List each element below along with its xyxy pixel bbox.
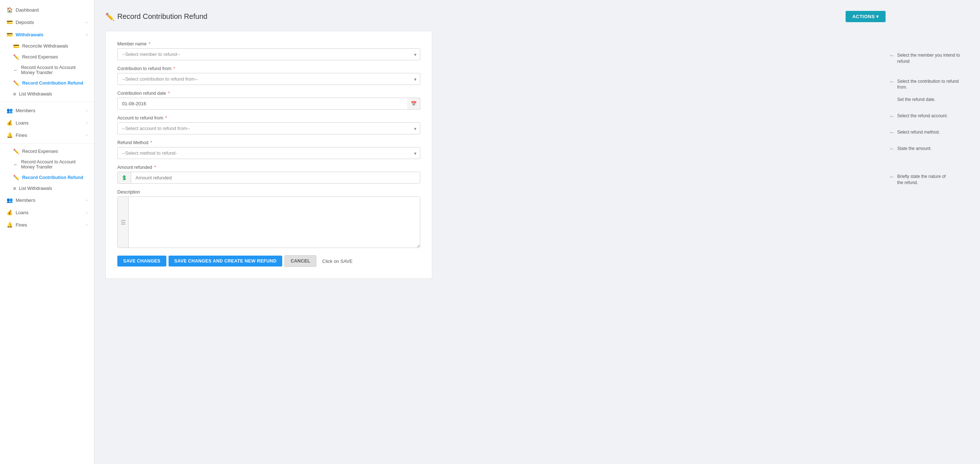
content-layout: ✏️ Record Contribution Refund ACTIONS ▾ … (105, 11, 966, 279)
loans2-icon: 💰 (6, 210, 13, 215)
loans-label: Loans (16, 120, 28, 126)
description-wrapper: ☰ (117, 196, 420, 248)
arrow-icon-description: ← (889, 174, 895, 180)
annotation-contribution: ← Select the contribution to refund from… (889, 78, 966, 103)
page-header: ✏️ Record Contribution Refund ACTIONS ▾ (105, 11, 886, 22)
refund-method-group: Refund Method * --Select method to refun… (117, 140, 420, 159)
refund-method-select[interactable]: --Select method to refund- (117, 147, 420, 159)
page-title: ✏️ Record Contribution Refund (105, 12, 207, 21)
fines2-icon: 🔔 (6, 222, 13, 228)
description-handle-icon: ☰ (118, 197, 129, 248)
list-withdrawals-2-label: List Withdrawals (19, 186, 52, 191)
sidebar-item-members-2[interactable]: 👥 Members ‹ (0, 194, 94, 206)
sidebar-item-fines-2[interactable]: 🔔 Fines ‹ (0, 219, 94, 231)
account-select-wrapper: --Select account to refund from-- (117, 122, 420, 134)
chevron-icon: ‹ (86, 20, 88, 24)
description-textarea[interactable] (129, 197, 420, 248)
account-refund-group: Account to refund from * --Select accoun… (117, 116, 420, 134)
refund2-icon: ✏️ (13, 175, 19, 180)
arrow-icon-member: ← (889, 52, 895, 59)
member-name-label: Member name * (117, 41, 420, 46)
record-expenses-2-label: Record Expenses (22, 149, 58, 154)
contribution-refund-2-label: Record Contribution Refund (22, 175, 83, 180)
loans-icon: 💰 (6, 120, 13, 126)
loans-2-label: Loans (16, 210, 28, 215)
annotation-description-text: Briefly state the nature of the refund. (897, 173, 945, 186)
list2-icon: ≡ (13, 186, 16, 191)
sidebar-item-deposits[interactable]: 💳 Deposits ‹ (0, 16, 94, 28)
sidebar-item-loans-2[interactable]: 💰 Loans ‹ (0, 206, 94, 219)
deposits-icon: 💳 (6, 19, 13, 25)
contribution-from-label: Contribution to refund from * (117, 66, 420, 71)
sidebar-item-reconcile-withdrawals[interactable]: 💳 Reconcile Withdrawals (13, 41, 94, 52)
members-icon: 👥 (6, 108, 13, 113)
sidebar-item-account-transfer-2[interactable]: ← Record Account to Account Money Transf… (13, 157, 94, 172)
contribution-from-group: Contribution to refund from * --Select c… (117, 66, 420, 85)
currency-icon: 💲 (121, 175, 127, 180)
reconcile-icon: 💳 (13, 43, 19, 49)
form-card: Member name * --Select member to refund-… (105, 31, 432, 279)
fines2-chevron-icon: ‹ (86, 222, 88, 227)
sidebar-item-fines[interactable]: 🔔 Fines ‹ (0, 129, 94, 141)
refund-date-label: Contribution refund date * (117, 91, 420, 96)
annotation-contribution-text: Select the contribution to refund from. … (897, 78, 966, 103)
contribution-select-wrapper: --Select contribution to refund from-- (117, 73, 420, 85)
page-title-icon: ✏️ (105, 12, 115, 21)
members2-chevron-icon: ‹ (86, 198, 88, 202)
account-refund-select[interactable]: --Select account to refund from-- (117, 122, 420, 134)
fines-icon: 🔔 (6, 132, 13, 138)
annotation-member: ← Select the member you intend to refund (889, 52, 966, 65)
calendar-icon[interactable]: 📅 (407, 98, 420, 110)
transfer-icon: ← (13, 67, 18, 73)
annotations-panel: ← Select the member you intend to refund… (886, 11, 966, 196)
withdrawals-submenu-bottom: ✏️ Record Expenses ← Record Account to A… (0, 146, 94, 194)
reconcile-label: Reconcile Withdrawals (22, 44, 68, 49)
sidebar: 🏠 Dashboard 💳 Deposits ‹ 💳 Withdrawals ‹… (0, 0, 94, 464)
save-and-create-new-button[interactable]: SAVE CHANGES AND CREATE NEW REFUND (169, 256, 283, 267)
refund-date-input[interactable] (117, 98, 420, 110)
transfer2-icon: ← (13, 162, 18, 167)
members2-icon: 👥 (6, 197, 13, 203)
amount-wrapper: 💲 (117, 172, 420, 184)
loans2-chevron-icon: ‹ (86, 210, 88, 215)
sidebar-withdrawals-label: Withdrawals (16, 32, 43, 37)
member-select-wrapper: --Select member to refund-- (117, 48, 420, 60)
sidebar-item-withdrawals[interactable]: 💳 Withdrawals ‹ (0, 28, 94, 41)
annotation-method-text: Select refund method. (897, 129, 940, 135)
save-changes-button[interactable]: SAVE CHANGES (117, 256, 166, 267)
amount-label: Amount refunded * (117, 165, 420, 170)
contribution-from-select[interactable]: --Select contribution to refund from-- (117, 73, 420, 85)
members-2-label: Members (16, 197, 35, 203)
sidebar-item-account-transfer[interactable]: ← Record Account to Account Money Transf… (13, 62, 94, 78)
sidebar-item-dashboard[interactable]: 🏠 Dashboard (0, 4, 94, 16)
account-refund-label: Account to refund from * (117, 116, 420, 121)
date-wrapper: 📅 (117, 98, 420, 110)
annotation-description: ← Briefly state the nature of the refund… (889, 173, 966, 186)
sidebar-item-record-expenses-2[interactable]: ✏️ Record Expenses (13, 146, 94, 157)
fines-2-label: Fines (16, 222, 27, 228)
main-content: ✏️ Record Contribution Refund ACTIONS ▾ … (94, 0, 980, 464)
member-name-group: Member name * --Select member to refund-… (117, 41, 420, 60)
withdrawals-submenu-top: 💳 Reconcile Withdrawals ✏️ Record Expens… (0, 41, 94, 100)
sidebar-item-members[interactable]: 👥 Members ‹ (0, 104, 94, 116)
refund-date-group: Contribution refund date * 📅 (117, 91, 420, 110)
cancel-button[interactable]: CANCEL (285, 255, 317, 267)
contribution-refund-label: Record Contribution Refund (22, 81, 83, 86)
sidebar-item-list-withdrawals-2[interactable]: ≡ List Withdrawals (13, 183, 94, 194)
sidebar-item-list-withdrawals[interactable]: ≡ List Withdrawals (13, 89, 94, 100)
sidebar-item-record-expenses[interactable]: ✏️ Record Expenses (13, 52, 94, 62)
amount-input[interactable] (131, 172, 420, 183)
sidebar-item-loans[interactable]: 💰 Loans ‹ (0, 116, 94, 129)
description-label: Description (117, 189, 420, 195)
sidebar-item-record-contribution-refund[interactable]: ✏️ Record Contribution Refund (13, 78, 94, 89)
expenses2-icon: ✏️ (13, 148, 19, 154)
account-transfer-2-label: Record Account to Account Money Transfer (21, 159, 91, 170)
loans-chevron-icon: ‹ (86, 121, 88, 125)
annotation-member-text: Select the member you intend to refund (897, 52, 966, 65)
sidebar-item-contribution-refund-2[interactable]: ✏️ Record Contribution Refund (13, 172, 94, 183)
actions-button[interactable]: ACTIONS ▾ (846, 11, 886, 22)
click-note-text: Click on SAVE (322, 259, 353, 264)
fines-label: Fines (16, 132, 27, 138)
members-label: Members (16, 108, 35, 113)
member-name-select[interactable]: --Select member to refund-- (117, 48, 420, 60)
